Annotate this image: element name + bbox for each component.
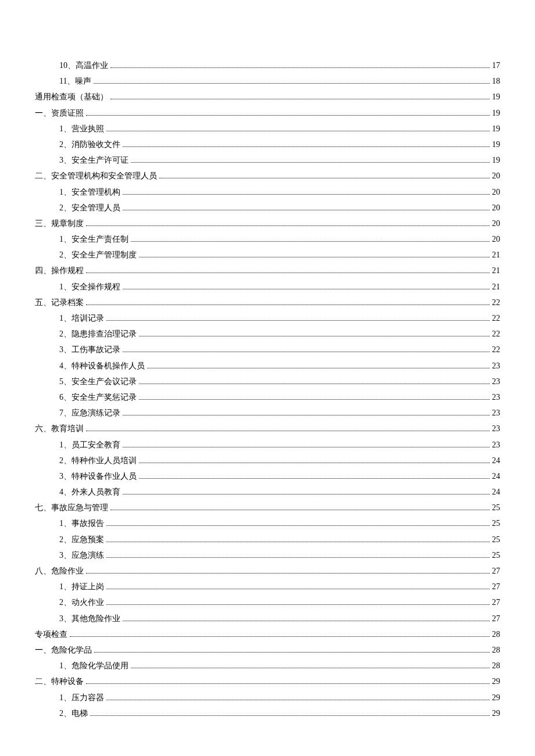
toc-entry: 1、压力容器29 bbox=[35, 690, 500, 705]
toc-leader-dots bbox=[110, 67, 490, 68]
toc-page-number: 20 bbox=[492, 216, 500, 231]
toc-leader-dots bbox=[86, 573, 490, 574]
toc-leader-dots bbox=[139, 384, 490, 384]
toc-page-number: 19 bbox=[492, 153, 500, 167]
toc-entry: 1、营业执照19 bbox=[35, 121, 500, 136]
toc-page-number: 22 bbox=[492, 327, 500, 341]
toc-label: 10、高温作业 bbox=[59, 58, 108, 73]
toc-label: 1、员工安全教育 bbox=[59, 438, 120, 452]
toc-leader-dots bbox=[110, 510, 490, 510]
toc-page-number: 19 bbox=[492, 106, 500, 120]
toc-entry: 四、操作规程21 bbox=[35, 263, 500, 278]
toc-page-number: 19 bbox=[492, 121, 500, 136]
toc-label: 1、安全生产责任制 bbox=[59, 232, 129, 246]
toc-page-number: 23 bbox=[492, 359, 500, 373]
toc-label: 7、应急演练记录 bbox=[59, 406, 120, 420]
toc-leader-dots bbox=[86, 683, 490, 684]
toc-label: 一、危险化学品 bbox=[35, 643, 92, 657]
toc-page-number: 19 bbox=[492, 137, 500, 152]
toc-entry: 2、安全生产管理制度21 bbox=[35, 248, 500, 262]
toc-label: 3、应急演练 bbox=[59, 548, 104, 562]
toc-leader-dots bbox=[139, 478, 490, 479]
toc-leader-dots bbox=[106, 131, 490, 131]
toc-leader-dots bbox=[131, 162, 490, 163]
toc-leader-dots bbox=[86, 225, 490, 226]
toc-leader-dots bbox=[139, 463, 490, 463]
toc-leader-dots bbox=[123, 415, 490, 415]
toc-label: 1、危险化学品使用 bbox=[59, 658, 129, 673]
toc-page-number: 25 bbox=[492, 500, 500, 515]
toc-entry: 3、应急演练25 bbox=[35, 548, 500, 562]
toc-page-number: 24 bbox=[492, 469, 500, 483]
toc-leader-dots bbox=[86, 304, 490, 305]
toc-leader-dots bbox=[106, 589, 490, 589]
toc-label: 2、动火作业 bbox=[59, 595, 104, 610]
toc-label: 2、特种作业人员培训 bbox=[59, 453, 137, 468]
toc-entry: 3、其他危险作业27 bbox=[35, 611, 500, 626]
toc-entry: 2、特种作业人员培训24 bbox=[35, 453, 500, 468]
toc-label: 6、安全生产奖惩记录 bbox=[59, 390, 137, 404]
toc-leader-dots bbox=[90, 715, 490, 716]
toc-entry: 2、消防验收文件19 bbox=[35, 137, 500, 152]
toc-entry: 6、安全生产奖惩记录23 bbox=[35, 390, 500, 404]
toc-page-number: 24 bbox=[492, 453, 500, 468]
toc-page-number: 21 bbox=[492, 248, 500, 262]
toc-label: 一、资质证照 bbox=[35, 106, 84, 120]
toc-entry: 1、危险化学品使用28 bbox=[35, 658, 500, 673]
toc-entry: 二、特种设备29 bbox=[35, 674, 500, 689]
toc-entry: 七、事故应急与管理25 bbox=[35, 500, 500, 515]
toc-entry: 2、动火作业27 bbox=[35, 595, 500, 610]
toc-label: 2、安全管理人员 bbox=[59, 200, 120, 215]
toc-entry: 八、危险作业27 bbox=[35, 564, 500, 578]
toc-leader-dots bbox=[147, 368, 490, 368]
toc-page-number: 18 bbox=[492, 74, 500, 88]
toc-page-number: 22 bbox=[492, 295, 500, 310]
toc-leader-dots bbox=[123, 146, 490, 147]
toc-leader-dots bbox=[94, 83, 490, 84]
toc-page-number: 25 bbox=[492, 532, 500, 547]
toc-entry: 1、事故报告25 bbox=[35, 516, 500, 531]
toc-entry: 1、员工安全教育23 bbox=[35, 438, 500, 452]
toc-leader-dots bbox=[106, 604, 490, 605]
toc-page-number: 27 bbox=[492, 595, 500, 610]
toc-label: 1、安全管理机构 bbox=[59, 185, 120, 199]
toc-page-number: 20 bbox=[492, 232, 500, 246]
toc-label: 2、应急预案 bbox=[59, 532, 104, 547]
toc-page-number: 28 bbox=[492, 643, 500, 657]
toc-page-number: 27 bbox=[492, 611, 500, 626]
toc-label: 二、特种设备 bbox=[35, 674, 84, 689]
toc-page-number: 28 bbox=[492, 627, 500, 642]
toc-leader-dots bbox=[106, 557, 490, 558]
toc-leader-dots bbox=[86, 115, 490, 116]
toc-page-number: 19 bbox=[492, 89, 500, 104]
toc-leader-dots bbox=[106, 320, 490, 321]
toc-entry: 1、持证上岗27 bbox=[35, 579, 500, 594]
toc-leader-dots bbox=[110, 99, 490, 99]
toc-entry: 2、电梯29 bbox=[35, 706, 500, 721]
toc-leader-dots bbox=[159, 178, 490, 178]
toc-label: 2、电梯 bbox=[59, 706, 88, 721]
toc-leader-dots bbox=[123, 447, 490, 447]
toc-entry: 2、隐患排查治理记录22 bbox=[35, 327, 500, 341]
toc-entry: 2、应急预案25 bbox=[35, 532, 500, 547]
toc-leader-dots bbox=[123, 494, 490, 495]
toc-label: 1、安全操作规程 bbox=[59, 280, 120, 294]
toc-page-number: 21 bbox=[492, 280, 500, 294]
toc-page-number: 23 bbox=[492, 374, 500, 389]
toc-label: 三、规章制度 bbox=[35, 216, 84, 231]
toc-page-number: 20 bbox=[492, 200, 500, 215]
toc-entry: 3、工伤事故记录22 bbox=[35, 342, 500, 357]
toc-leader-dots bbox=[86, 431, 490, 431]
toc-page-number: 22 bbox=[492, 342, 500, 357]
toc-leader-dots bbox=[139, 399, 490, 400]
toc-entry: 7、应急演练记录23 bbox=[35, 406, 500, 420]
toc-entry: 1、安全生产责任制20 bbox=[35, 232, 500, 246]
toc-entry: 二、安全管理机构和安全管理人员20 bbox=[35, 169, 500, 183]
toc-page-number: 17 bbox=[492, 58, 500, 73]
toc-leader-dots bbox=[131, 241, 490, 242]
toc-leader-dots bbox=[106, 542, 490, 542]
toc-page-number: 21 bbox=[492, 263, 500, 278]
toc-leader-dots bbox=[123, 210, 490, 210]
toc-leader-dots bbox=[131, 668, 490, 668]
toc-label: 3、安全生产许可证 bbox=[59, 153, 129, 167]
